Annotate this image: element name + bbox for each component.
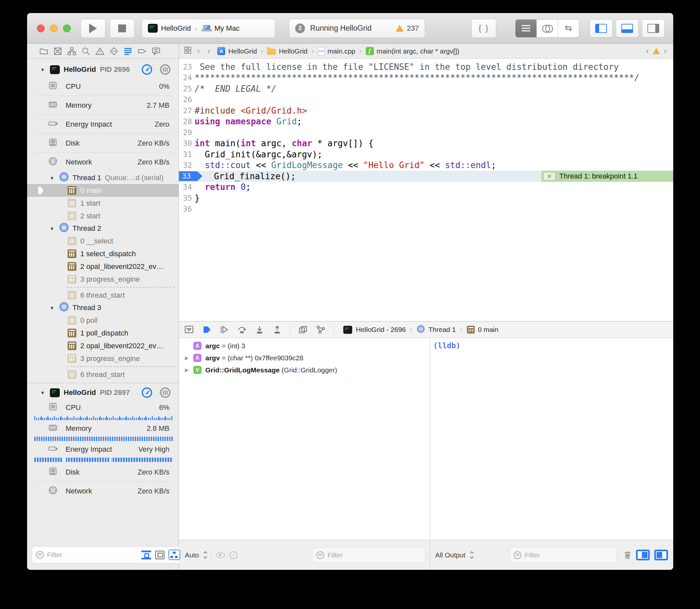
stack-frame-row[interactable]: 3 progress_engine xyxy=(27,352,178,365)
stack-frame-row[interactable]: 1 poll_dispatch xyxy=(27,327,178,340)
dropdown-stepper-icon[interactable] xyxy=(204,552,207,558)
process-row[interactable]: ▼HelloGridPID 2696 xyxy=(27,62,178,77)
disclosure-triangle-icon[interactable]: ▼ xyxy=(50,305,55,311)
disclosure-triangle-icon[interactable]: ▶ xyxy=(184,355,189,361)
code-snippet-button[interactable]: { } xyxy=(472,19,496,38)
version-editor-button[interactable]: ⇆ xyxy=(558,20,579,37)
standard-editor-button[interactable] xyxy=(515,20,537,37)
code-line[interactable]: 26 xyxy=(179,94,673,105)
code-line[interactable]: 36 xyxy=(179,204,673,215)
next-issue-button[interactable]: › xyxy=(664,46,667,56)
source-editor[interactable]: 23 See the full license in the file "LIC… xyxy=(179,59,673,321)
gauge-view-button[interactable] xyxy=(141,64,152,75)
columns-view-button[interactable] xyxy=(160,387,171,398)
hide-debug-area-button[interactable] xyxy=(184,325,194,334)
zoom-window-button[interactable] xyxy=(63,24,71,32)
back-button[interactable]: ‹ xyxy=(195,46,202,56)
gauge-row-memory[interactable]: Memory2.8 MB xyxy=(27,421,178,436)
console-filter-field[interactable] xyxy=(509,547,617,563)
warning-count[interactable]: 237 xyxy=(407,24,419,33)
breakpoint-navigator-icon[interactable] xyxy=(109,46,119,56)
stack-frame-row[interactable]: ⚙0 poll xyxy=(27,314,178,327)
step-over-button[interactable] xyxy=(237,325,247,334)
breakpoint-annotation[interactable]: ≡Thread 1: breakpoint 1.1 xyxy=(541,171,673,182)
variable-row[interactable]: ▶Aargv = (char **) 0x7ffee9039c28 xyxy=(179,352,430,364)
stack-frame-row[interactable]: 2 opal_libevent2022_ev… xyxy=(27,340,178,352)
code-line[interactable]: 25/* END LEGAL */ xyxy=(179,83,673,94)
stack-frame-row[interactable]: ⚙1 start xyxy=(27,197,178,210)
line-number[interactable]: 23 xyxy=(179,63,194,71)
close-window-button[interactable] xyxy=(37,24,45,32)
gauge-row-cpu[interactable]: CPU0% xyxy=(27,77,178,96)
code-line[interactable]: 31 Grid_init(&argc,&argv); xyxy=(179,149,673,160)
breadcrumb-item[interactable]: main.cpp xyxy=(327,47,355,55)
forward-button[interactable]: › xyxy=(205,46,212,56)
stack-frame-row[interactable]: ⚙0 __select xyxy=(27,234,178,247)
gauge-row-network[interactable]: NetworkZero KB/s xyxy=(27,482,178,501)
debug-process-crumb[interactable]: HelloGrid - 2696 xyxy=(356,326,406,333)
code-line[interactable]: 34 return 0; xyxy=(179,182,673,193)
variable-row[interactable]: ▶VGrid::GridLogMessage (Grid::GridLogger… xyxy=(179,364,430,376)
navigator-filter-field[interactable] xyxy=(32,546,184,563)
issue-navigator-icon[interactable] xyxy=(95,46,105,56)
code-line[interactable]: 24**************************************… xyxy=(179,72,673,84)
activity-viewer[interactable]: 2 Running HelloGrid 237 xyxy=(289,19,425,38)
stack-frame-row[interactable]: 0 main xyxy=(27,184,178,197)
gauge-row-disk[interactable]: DiskZero KB/s xyxy=(27,134,178,153)
stack-frame-row[interactable]: 1 select_dispatch xyxy=(27,247,178,260)
code-line[interactable]: 23 See the full license in the file "LIC… xyxy=(179,62,673,72)
memory-graph-button[interactable] xyxy=(316,325,325,334)
debug-view-hierarchy-button[interactable] xyxy=(298,325,308,334)
columns-view-button[interactable] xyxy=(160,64,171,75)
toggle-navigator-button[interactable] xyxy=(590,19,613,37)
line-number[interactable]: 27 xyxy=(179,106,194,115)
thread-row[interactable]: ▼Thread 2 xyxy=(27,222,178,234)
line-number[interactable]: 29 xyxy=(179,128,194,137)
breakpoints-toggle-button[interactable] xyxy=(202,325,211,334)
line-number[interactable]: 25 xyxy=(179,85,194,93)
minimize-window-button[interactable] xyxy=(50,24,58,32)
run-button[interactable] xyxy=(81,19,105,38)
line-number[interactable]: 26 xyxy=(179,95,194,104)
assistant-editor-button[interactable] xyxy=(537,20,558,37)
variables-filter-field[interactable] xyxy=(312,547,426,563)
breakpoint-badge[interactable]: 33 xyxy=(179,171,202,181)
line-number[interactable]: 24 xyxy=(179,73,194,82)
filter-stack-frames-icon[interactable] xyxy=(169,550,180,560)
gauge-row-disk[interactable]: DiskZero KB/s xyxy=(27,463,178,482)
breadcrumb-item[interactable]: HelloGrid xyxy=(279,47,308,55)
disclosure-triangle-icon[interactable]: ▼ xyxy=(40,390,46,396)
line-number[interactable]: 31 xyxy=(179,150,194,159)
stop-button[interactable] xyxy=(110,19,135,38)
gauge-row-cpu[interactable]: CPU6% xyxy=(27,400,178,415)
gauge-row-network[interactable]: NetworkZero KB/s xyxy=(27,153,178,172)
report-navigator-icon[interactable] xyxy=(151,46,161,56)
scheme-selector[interactable]: HelloGrid › My Mac xyxy=(142,19,275,38)
gauge-row-energy-impact[interactable]: Energy ImpactZero xyxy=(27,115,178,134)
toggle-debug-area-button[interactable] xyxy=(616,19,638,37)
debug-frame-crumb[interactable]: 0 main xyxy=(478,326,498,333)
tag-navigator-icon[interactable] xyxy=(137,46,147,56)
line-number[interactable]: 28 xyxy=(179,117,194,126)
line-number[interactable]: 32 xyxy=(179,161,194,169)
breadcrumb-item[interactable]: main(int argc, char * argv[]) xyxy=(377,47,459,55)
code-line[interactable]: 30int main(int argc, char * argv[]) { xyxy=(179,138,673,149)
variables-view[interactable]: Aargc = (int) 3▶Aargv = (char **) 0x7ffe… xyxy=(179,338,430,540)
variable-row[interactable]: Aargc = (int) 3 xyxy=(179,340,430,352)
annotation-menu-button[interactable]: ≡ xyxy=(543,172,556,180)
previous-issue-button[interactable]: ‹ xyxy=(646,46,649,56)
filter-running-blocks-icon[interactable] xyxy=(155,551,165,559)
toggle-inspector-button[interactable] xyxy=(642,19,665,37)
console-view[interactable]: (lldb) xyxy=(430,338,673,540)
stack-frame-row[interactable]: 3 progress_engine xyxy=(27,273,178,285)
filter-flagged-threads-icon[interactable] xyxy=(141,551,151,559)
variables-filter-input[interactable] xyxy=(327,551,422,559)
gauge-row-energy-impact[interactable]: Energy ImpactVery High xyxy=(27,442,178,457)
disclosure-triangle-icon[interactable]: ▼ xyxy=(50,226,55,231)
process-row[interactable]: ▼HelloGridPID 2697 xyxy=(27,385,178,400)
debug-thread-crumb[interactable]: Thread 1 xyxy=(428,326,456,333)
stack-frame-row[interactable]: ⚙6 thread_start xyxy=(27,289,178,301)
thread-row[interactable]: ▼Thread 1Queue:…d (serial) xyxy=(27,172,178,184)
code-line[interactable]: 27#include <Grid/Grid.h> xyxy=(179,105,673,116)
line-number[interactable]: 30 xyxy=(179,139,194,147)
